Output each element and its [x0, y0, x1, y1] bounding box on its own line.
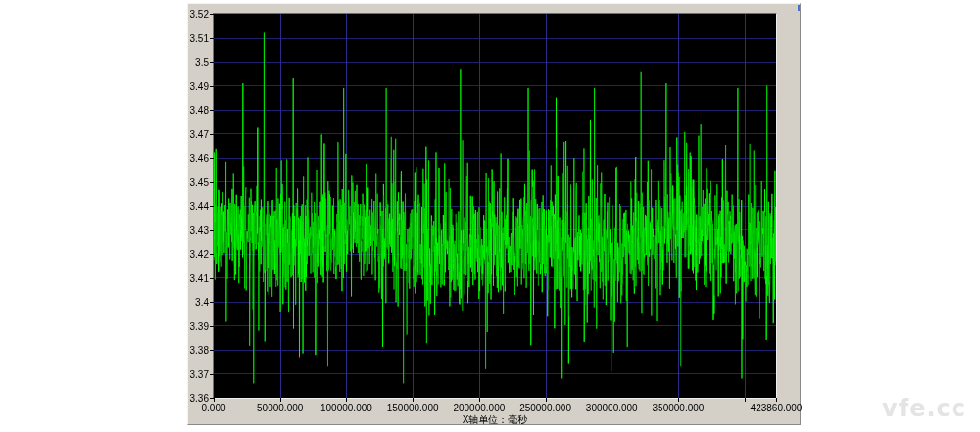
y-axis-tick — [210, 38, 214, 39]
x-axis-tick-label: 350000.000 — [647, 404, 710, 413]
x-axis-tick — [479, 398, 480, 402]
x-axis-tick-label: 150000.000 — [381, 404, 444, 413]
y-axis-tick — [210, 86, 214, 87]
y-axis-tick-label: 3.38 — [187, 346, 209, 356]
y-axis-tick-label: 3.47 — [187, 130, 209, 140]
y-axis-tick — [210, 278, 214, 279]
x-axis-tick — [546, 398, 547, 402]
x-axis-tick-label: 300000.000 — [580, 404, 643, 413]
x-axis-tick — [612, 398, 612, 402]
y-axis-tick — [210, 230, 214, 231]
x-axis-tick-label: 100000.000 — [315, 404, 377, 413]
y-axis-tick-label: 3.46 — [187, 154, 209, 164]
y-axis-tick-label: 3.5 — [187, 58, 209, 68]
x-axis-tick — [776, 398, 777, 402]
y-axis-tick-label: 3.44 — [187, 202, 209, 212]
plot-area-canvas — [213, 13, 777, 399]
y-axis-tick-label: 3.51 — [187, 34, 209, 44]
y-axis-tick-label: 3.39 — [187, 322, 209, 332]
x-axis-tick — [346, 398, 347, 402]
x-axis-tick-label: 0.000 — [182, 404, 245, 413]
chart-panel-inner: 3.523.513.53.493.483.473.463.453.443.433… — [188, 4, 800, 424]
x-axis-tick-label: 200000.000 — [448, 404, 511, 413]
chart-panel: 3.523.513.53.493.483.473.463.453.443.433… — [187, 3, 801, 425]
x-axis-tick-label: 50000.000 — [249, 404, 312, 413]
x-axis-unit-label: X轴单位：毫秒 — [436, 413, 554, 427]
y-axis-tick-label: 3.48 — [187, 106, 209, 116]
y-axis-tick-label: 3.37 — [187, 370, 209, 380]
y-axis-tick-label: 3.52 — [187, 10, 209, 20]
x-axis-tick — [413, 398, 414, 402]
x-axis-tick — [280, 398, 281, 402]
y-axis-tick — [210, 134, 214, 135]
y-axis-tick-label: 3.41 — [187, 274, 209, 284]
y-axis-tick-label: 3.42 — [187, 250, 209, 260]
x-axis-tick — [214, 398, 215, 402]
y-axis-tick — [210, 62, 214, 63]
y-axis-tick-label: 3.4 — [187, 298, 209, 308]
panel-corner-artifact — [798, 5, 800, 11]
watermark: vfe.cc — [882, 395, 966, 422]
y-axis-tick-label: 3.43 — [187, 226, 209, 236]
y-axis-tick — [210, 158, 214, 159]
y-axis-tick — [210, 326, 214, 327]
y-axis-tick — [210, 374, 214, 375]
x-axis-tick — [678, 398, 679, 402]
x-axis-tick-label: 250000.000 — [514, 404, 577, 413]
y-axis-tick — [210, 14, 214, 15]
x-axis-tick-label: 423860.000 — [745, 404, 808, 413]
y-axis-tick — [210, 254, 214, 255]
x-axis-tick — [745, 398, 746, 402]
y-axis-tick-label: 3.49 — [187, 82, 209, 92]
y-axis-tick — [210, 182, 214, 183]
y-axis-tick — [210, 350, 214, 351]
y-axis-tick — [210, 302, 214, 303]
y-axis-tick — [210, 110, 214, 111]
y-axis-tick — [210, 206, 214, 207]
y-axis-tick-label: 3.45 — [187, 178, 209, 188]
